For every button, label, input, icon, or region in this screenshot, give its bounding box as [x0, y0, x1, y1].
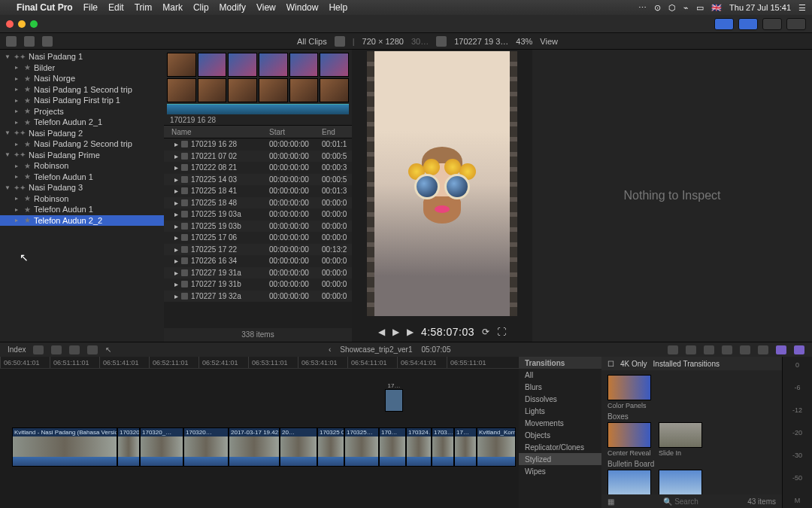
toolbar-btn-3[interactable] — [762, 18, 782, 30]
toolbar-btn-2[interactable] — [738, 18, 758, 30]
video-clip[interactable]: 170324… — [406, 427, 432, 467]
transitions-grid[interactable]: Color Panels Boxes Center Reveal Slide I… — [601, 370, 782, 494]
skim-icon[interactable] — [722, 345, 732, 354]
tl-tool-2[interactable] — [51, 345, 62, 354]
next-button[interactable]: ▶ — [407, 327, 414, 337]
sidebar-item[interactable]: ▸★Bilder — [0, 62, 164, 74]
primary-storyline[interactable]: Kvitland - Nasi Padang (Bahasa Version) … — [12, 427, 519, 467]
video-clip[interactable]: 17… — [454, 427, 477, 467]
list-item[interactable]: ▸170225 17 2200:00:00:0000:13:2 — [164, 244, 352, 256]
battery-icon[interactable]: ▭ — [696, 3, 704, 13]
flag-icon[interactable]: 🇬🇧 — [711, 3, 722, 13]
video-clip[interactable]: Kvitland_Kom… — [477, 427, 516, 467]
audio-icon[interactable] — [740, 345, 750, 354]
sidebar-item[interactable]: ▼✦✦Nasi Padang 2 — [0, 128, 164, 139]
play-button[interactable]: ▶ — [392, 327, 399, 337]
sidebar-item[interactable]: ▼✦✦Nasi Padang 1 — [0, 51, 164, 62]
video-clip[interactable]: 170325… — [344, 427, 379, 467]
video-clip[interactable]: 170320_… — [140, 427, 183, 467]
col-name[interactable]: Name — [164, 128, 269, 136]
transitions-category[interactable]: Blurs — [519, 381, 601, 393]
zoom-level[interactable]: 43% — [516, 37, 532, 46]
share-button[interactable] — [786, 18, 806, 30]
sidebar-item[interactable]: ▸★Robinson — [0, 160, 164, 172]
video-clip[interactable]: Kvitland - Nasi Padang (Bahasa Version) … — [12, 427, 117, 467]
video-clip[interactable]: 1703… — [432, 427, 454, 467]
list-item[interactable]: ▸170225 14 0300:00:00:0000:00:5 — [164, 174, 352, 186]
sidebar-item[interactable]: ▼✦✦Nasi Padang 3 — [0, 182, 164, 193]
list-item[interactable]: ▸170227 19 32a00:00:00:0000:00:0 — [164, 291, 352, 303]
tl-opt-2[interactable] — [686, 345, 696, 354]
list-item[interactable]: ▸170221 07 0200:00:00:0000:00:5 — [164, 151, 352, 163]
back-button[interactable]: ‹ — [329, 345, 331, 354]
col-end[interactable]: End — [322, 128, 352, 136]
installed-tab[interactable]: Installed Transitions — [653, 360, 720, 368]
transitions-category[interactable]: Dissolves — [519, 393, 601, 405]
sidebar-item[interactable]: ▸★Telefon Audun 2_2 — [0, 215, 164, 227]
dropbox-icon[interactable]: ⬡ — [668, 3, 676, 13]
snap-icon[interactable] — [704, 345, 714, 354]
sidebar-item[interactable]: ▸★Nasi Padang 2 Second trip — [0, 138, 164, 150]
menu-edit[interactable]: Edit — [108, 2, 124, 13]
menu-view[interactable]: View — [256, 2, 276, 13]
transitions-category[interactable]: Objects — [519, 429, 601, 441]
col-start[interactable]: Start — [269, 128, 322, 136]
transitions-category[interactable]: Wipes — [519, 465, 601, 477]
4k-checkbox[interactable]: ☐ — [607, 360, 614, 368]
minimize-button[interactable] — [18, 20, 26, 28]
menu-window[interactable]: Window — [286, 2, 319, 13]
sidebar-item[interactable]: ▸★Robinson — [0, 193, 164, 205]
connected-clip[interactable]: 17… — [385, 382, 403, 424]
menu-clip[interactable]: Clip — [193, 2, 209, 13]
titles-icon[interactable] — [42, 36, 53, 47]
maximize-button[interactable] — [30, 20, 38, 28]
video-clip[interactable]: 20… — [280, 427, 317, 467]
sidebar-item[interactable]: ▼✦✦Nasi Padang Prime — [0, 150, 164, 161]
grid-view-icon[interactable]: ▦ — [607, 497, 614, 506]
fullscreen-icon[interactable]: ⛶ — [497, 327, 506, 337]
sidebar-item[interactable]: ▸★Nasi Padang First trip 1 — [0, 95, 164, 106]
list-item[interactable]: ▸170225 19 03a00:00:00:0000:00:0 — [164, 208, 352, 221]
spotlight-icon[interactable]: ☰ — [798, 3, 806, 13]
transitions-category[interactable]: Replicator/Clones — [519, 441, 601, 453]
video-clip[interactable]: 170325 0… — [317, 427, 344, 467]
toolbar-btn-1[interactable] — [714, 18, 734, 30]
photos-icon[interactable] — [24, 36, 35, 47]
sidebar-item[interactable]: ▸★Nasi Padang 1 Second trip — [0, 84, 164, 96]
effects-browser-icon[interactable] — [776, 345, 786, 354]
sidebar-item[interactable]: ▸★Telefon Audun 1 — [0, 172, 164, 183]
sidebar-item[interactable]: ▸★Telefon Audun 1 — [0, 204, 164, 215]
bluetooth-icon[interactable]: ⌁ — [683, 3, 689, 13]
library-icon[interactable] — [6, 36, 17, 47]
close-button[interactable] — [6, 20, 14, 28]
list-item[interactable]: ▸170222 08 2100:00:00:0000:00:3 — [164, 162, 352, 174]
sidebar-item[interactable]: ▸★Projects — [0, 106, 164, 117]
loop-icon[interactable]: ⟳ — [482, 327, 489, 337]
list-item[interactable]: ▸170225 18 4800:00:00:0000:00:0 — [164, 197, 352, 209]
list-item[interactable]: ▸170225 17 0600:00:00:0000:00:0 — [164, 232, 352, 244]
timeline-ruler[interactable]: 06:50:41:0106:51:11:0106:51:41:0106:52:1… — [0, 357, 519, 369]
video-clip[interactable]: 2017-03-17 19.42.14… — [229, 427, 280, 467]
status-icon[interactable]: ⋯ — [638, 3, 647, 13]
list-item[interactable]: ▸170227 19 31b00:00:00:0000:00:0 — [164, 278, 352, 291]
menu-help[interactable]: Help — [329, 2, 347, 13]
list-item[interactable]: ▸170219 16 2800:00:00:0000:01:1 — [164, 138, 352, 151]
clock[interactable]: Thu 27 Jul 15:41 — [729, 3, 791, 12]
view-menu[interactable]: View — [540, 37, 558, 46]
tl-opt-1[interactable] — [668, 345, 678, 354]
tl-tool-3[interactable] — [69, 345, 80, 354]
viewer-canvas[interactable] — [352, 50, 532, 322]
menu-file[interactable]: File — [83, 2, 98, 13]
tl-tool-4[interactable] — [87, 345, 98, 354]
list-item[interactable]: ▸170225 18 4100:00:00:0000:01:3 — [164, 185, 352, 197]
video-clip[interactable]: 170320… — [183, 427, 229, 467]
view-icon[interactable] — [335, 36, 345, 47]
menu-trim[interactable]: Trim — [135, 2, 153, 13]
filmstrip[interactable]: 170219 16 28 — [164, 50, 352, 125]
prev-button[interactable]: ◀ — [378, 327, 385, 337]
video-clip[interactable]: 170320 1… — [117, 427, 140, 467]
wifi-icon[interactable]: ⊙ — [654, 3, 661, 13]
list-item[interactable]: ▸170227 19 31a00:00:00:0000:00:0 — [164, 267, 352, 279]
transitions-category[interactable]: All — [519, 369, 601, 381]
video-clip[interactable]: 170… — [379, 427, 406, 467]
